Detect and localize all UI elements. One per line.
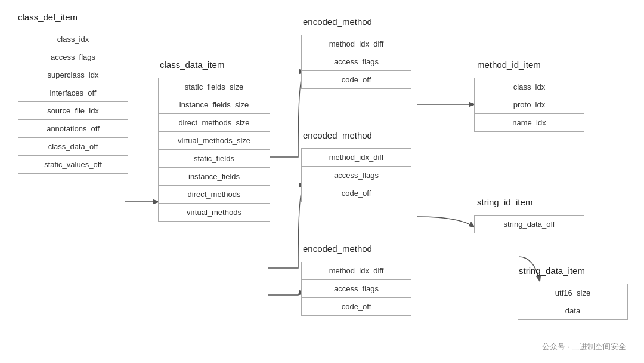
- em1-row-2: code_off: [302, 71, 411, 88]
- class-data-item-row-7: virtual_methods: [159, 204, 270, 221]
- class-def-item-label: class_def_item: [18, 12, 78, 22]
- encoded-method-2-label: encoded_method: [303, 130, 372, 140]
- encoded-method-1-label: encoded_method: [303, 17, 372, 27]
- class-data-item-row-1: instance_fields_size: [159, 96, 270, 114]
- string-data-row-1: data: [518, 302, 627, 319]
- em3-row-0: method_idx_diff: [302, 262, 411, 280]
- em1-row-0: method_idx_diff: [302, 35, 411, 53]
- method-id-item-box: class_idx proto_idx name_idx: [474, 78, 584, 132]
- method-id-row-2: name_idx: [475, 114, 584, 131]
- em1-row-1: access_flags: [302, 53, 411, 71]
- class-def-item-row-0: class_idx: [18, 30, 128, 48]
- class-data-item-label: class_data_item: [160, 60, 224, 70]
- class-def-item-row-2: superclass_idx: [18, 66, 128, 84]
- class-def-item-row-1: access_flags: [18, 48, 128, 66]
- class-data-item-row-5: instance_fields: [159, 168, 270, 186]
- class-data-item-row-6: direct_methods: [159, 186, 270, 204]
- class-def-item-row-3: interfaces_off: [18, 84, 128, 102]
- class-def-item-box: class_idx access_flags superclass_idx in…: [18, 30, 128, 174]
- class-def-item-row-5: annotations_off: [18, 120, 128, 138]
- class-data-item-row-2: direct_methods_size: [159, 114, 270, 132]
- string-data-row-0: utf16_size: [518, 284, 627, 302]
- class-data-item-box: static_fields_size instance_fields_size …: [158, 78, 270, 222]
- string-id-item-label: string_id_item: [477, 197, 532, 207]
- string-data-item-box: utf16_size data: [518, 284, 628, 320]
- class-def-item-row-6: class_data_off: [18, 138, 128, 156]
- string-data-item-label: string_data_item: [519, 266, 585, 276]
- encoded-method-1-box: method_idx_diff access_flags code_off: [301, 35, 411, 89]
- method-id-item-label: method_id_item: [477, 60, 541, 70]
- class-def-item-row-7: static_values_off: [18, 156, 128, 173]
- method-id-row-0: class_idx: [475, 78, 584, 96]
- method-id-row-1: proto_idx: [475, 96, 584, 114]
- diagram: class_def_item class_idx access_flags su…: [0, 0, 644, 363]
- em2-row-2: code_off: [302, 184, 411, 202]
- string-id-item-box: string_data_off: [474, 215, 584, 233]
- encoded-method-3-box: method_idx_diff access_flags code_off: [301, 262, 411, 316]
- encoded-method-2-box: method_idx_diff access_flags code_off: [301, 148, 411, 202]
- encoded-method-3-label: encoded_method: [303, 244, 372, 254]
- class-data-item-row-0: static_fields_size: [159, 78, 270, 96]
- watermark: 公众号 · 二进制空间安全: [542, 342, 626, 352]
- em2-row-0: method_idx_diff: [302, 149, 411, 167]
- em3-row-1: access_flags: [302, 280, 411, 298]
- em2-row-1: access_flags: [302, 167, 411, 184]
- class-def-item-row-4: source_file_idx: [18, 102, 128, 120]
- class-data-item-row-3: virtual_methods_size: [159, 132, 270, 150]
- string-id-row-0: string_data_off: [475, 216, 584, 233]
- em3-row-2: code_off: [302, 298, 411, 315]
- class-data-item-row-4: static_fields: [159, 150, 270, 168]
